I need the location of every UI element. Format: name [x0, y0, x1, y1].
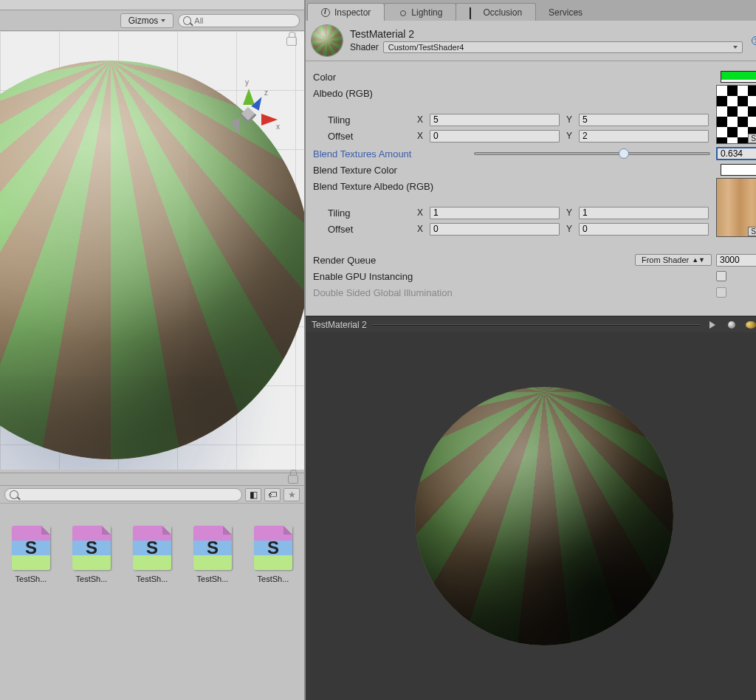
- chevron-down-icon: [733, 46, 738, 49]
- sun-icon: [398, 8, 407, 17]
- project-search-input[interactable]: [21, 490, 238, 499]
- scene-search-input[interactable]: [194, 16, 295, 25]
- blend-amount-value[interactable]: [716, 147, 756, 160]
- tab-label: Occlusion: [483, 7, 522, 18]
- gizmo-cube[interactable]: [240, 107, 257, 124]
- tab-inspector[interactable]: Inspector: [307, 3, 385, 21]
- scene-toolbar: Gizmos: [0, 10, 304, 31]
- preview-title: TestMaterial 2: [312, 320, 367, 330]
- gizmos-dropdown[interactable]: Gizmos: [120, 13, 174, 28]
- x-label: X: [415, 207, 425, 218]
- color-field[interactable]: [721, 71, 756, 83]
- help-button[interactable]: ?: [750, 35, 756, 47]
- blend-tiling-y[interactable]: [579, 207, 709, 219]
- search-icon: [10, 490, 18, 499]
- shader-value: Custom/TestShader4: [388, 43, 464, 52]
- gpu-instancing-label: Enable GPU Instancing: [313, 271, 712, 282]
- texture-select-button[interactable]: Select: [748, 227, 756, 236]
- blend-texture-slot[interactable]: Select: [716, 178, 756, 237]
- lock-icon[interactable]: [286, 37, 297, 46]
- lock-icon[interactable]: [288, 475, 298, 484]
- asset-label: TestSh...: [128, 574, 176, 583]
- blend-tiling-x[interactable]: [430, 207, 560, 219]
- material-thumbnail-icon[interactable]: [312, 25, 343, 56]
- shader-file-icon: S: [254, 526, 292, 570]
- tab-occlusion[interactable]: Occlusion: [456, 3, 536, 21]
- preview-light-button[interactable]: [725, 319, 738, 331]
- blend-amount-slider[interactable]: [474, 152, 710, 155]
- project-header-bar: [0, 473, 304, 486]
- favorites-button[interactable]: ★: [284, 488, 300, 501]
- scene-tab-strip: [0, 0, 304, 10]
- blend-offset-x[interactable]: [430, 223, 560, 236]
- axis-y-label: y: [245, 78, 249, 86]
- gpu-instancing-checkbox[interactable]: [716, 271, 726, 281]
- asset-label: TestSh...: [189, 574, 236, 583]
- albedo-tiling-x[interactable]: [430, 114, 560, 126]
- tab-services[interactable]: Services: [535, 4, 596, 21]
- material-name: TestMaterial 2: [350, 28, 743, 40]
- shader-label: Shader: [350, 42, 379, 52]
- y-label: Y: [564, 224, 574, 234]
- filter-by-label-button[interactable]: 🏷: [264, 488, 281, 501]
- asset-grid[interactable]: S TestSh... S TestSh... S TestSh... S Te…: [0, 504, 304, 700]
- x-label: X: [415, 131, 425, 141]
- texture-select-button[interactable]: Select: [748, 134, 756, 143]
- orientation-gizmo[interactable]: y x z: [219, 86, 278, 145]
- preview-sphere: [415, 387, 673, 645]
- render-queue-value[interactable]: [716, 254, 756, 267]
- help-icon: ?: [752, 36, 756, 45]
- star-icon: ★: [288, 490, 296, 500]
- asset-item[interactable]: S TestSh...: [7, 526, 55, 583]
- tab-label: Services: [549, 7, 583, 18]
- shader-file-icon: S: [12, 526, 50, 570]
- color-swatch-icon: [721, 165, 756, 173]
- render-queue-mode-dropdown[interactable]: From Shader ▲▼: [635, 254, 712, 266]
- x-label: X: [415, 224, 425, 234]
- albedo-tiling-y[interactable]: [579, 114, 709, 126]
- chevron-down-icon: [161, 19, 165, 22]
- color-label: Color: [313, 72, 468, 83]
- filter-by-type-button[interactable]: ◧: [245, 488, 261, 501]
- render-queue-mode-value: From Shader: [642, 255, 689, 264]
- asset-label: TestSh...: [68, 574, 115, 583]
- albedo-texture-slot[interactable]: Select: [716, 85, 756, 144]
- asset-item[interactable]: S TestSh...: [68, 526, 115, 583]
- gizmo-axis-neg-icon[interactable]: [230, 118, 244, 136]
- shader-dropdown[interactable]: Custom/TestShader4: [383, 41, 743, 53]
- project-search[interactable]: [4, 488, 242, 501]
- tiling-label: Tiling: [313, 207, 410, 219]
- tiling-label: Tiling: [313, 114, 410, 126]
- shader-file-icon: S: [193, 526, 232, 570]
- shader-file-icon: S: [133, 526, 171, 570]
- slider-thumb-icon[interactable]: [619, 148, 629, 159]
- asset-item[interactable]: S TestSh...: [189, 526, 236, 583]
- dsgi-checkbox: [716, 287, 726, 298]
- y-label: Y: [564, 114, 574, 125]
- gizmo-axis-x-icon[interactable]: [261, 114, 278, 126]
- scene-search[interactable]: [178, 14, 300, 27]
- hierarchy-icon: ◧: [250, 490, 258, 500]
- color-swatch-icon: [721, 72, 756, 80]
- project-search-row: ◧ 🏷 ★: [0, 486, 304, 504]
- preview-play-button[interactable]: [706, 319, 719, 331]
- preview-header: TestMaterial 2: [306, 316, 756, 332]
- asset-item[interactable]: S TestSh...: [250, 526, 297, 583]
- scene-viewport[interactable]: y x z: [0, 31, 304, 470]
- tab-lighting[interactable]: Lighting: [384, 3, 456, 21]
- tag-icon: 🏷: [268, 490, 277, 500]
- preview-env-button[interactable]: [744, 319, 756, 331]
- albedo-offset-x[interactable]: [430, 130, 560, 143]
- offset-label: Offset: [313, 131, 410, 142]
- blend-color-field[interactable]: [721, 164, 756, 176]
- material-properties: Color Albedo (RGB) Tiling X Y: [306, 61, 756, 316]
- albedo-offset-y[interactable]: [579, 130, 709, 143]
- axis-x-label: x: [276, 123, 280, 131]
- asset-item[interactable]: S TestSh...: [128, 526, 176, 583]
- x-label: X: [415, 114, 425, 125]
- blend-color-label: Blend Texture Color: [313, 165, 468, 176]
- dsgi-label: Double Sided Global Illumination: [313, 287, 712, 298]
- asset-label: TestSh...: [250, 574, 297, 583]
- material-preview-viewport[interactable]: [306, 332, 756, 700]
- blend-offset-y[interactable]: [579, 223, 709, 236]
